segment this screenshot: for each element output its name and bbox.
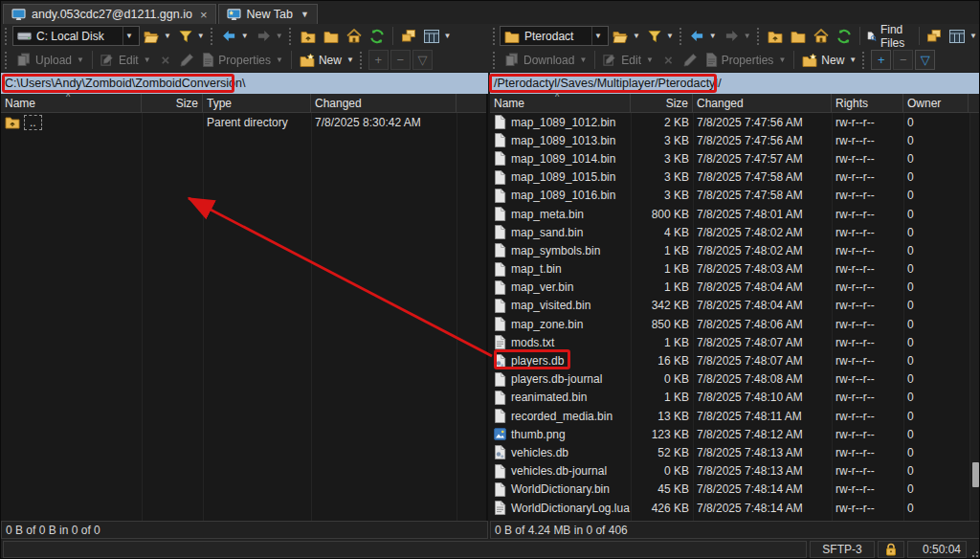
remote-filter-button[interactable]: ▼ [644, 28, 678, 45]
local-panel-view-button[interactable]: ▼ [420, 28, 456, 45]
local-delete-button[interactable]: × [155, 50, 177, 70]
column-header-rights[interactable]: Rights [832, 94, 903, 112]
local-edit-button[interactable]: Edit▼ [97, 51, 155, 69]
column-header-owner[interactable]: Owner [903, 94, 969, 112]
file-row-vehicles.db[interactable]: vehicles.db52 KB7/8/2025 7:48:13 AMrw-r-… [490, 443, 980, 461]
upload-button[interactable]: Upload▼ [12, 51, 88, 69]
file-row-map_zone.bin[interactable]: map_zone.bin850 KB7/8/2025 7:48:06 AMrw-… [490, 315, 980, 333]
file-row-map_symbols.bin[interactable]: map_symbols.bin1 KB7/8/2025 7:48:02 AMrw… [490, 241, 980, 259]
toolbar-grip[interactable] [289, 28, 293, 45]
column-header-changed[interactable]: Changed [311, 94, 457, 112]
remote-delete-button[interactable]: × [657, 50, 679, 70]
column-header-name[interactable]: Name [1, 94, 142, 112]
file-row-players.db-journal[interactable]: players.db-journal0 KB7/8/2025 7:48:08 A… [490, 370, 980, 389]
local-drive-selector[interactable]: C: Local Disk ▼ [12, 26, 140, 46]
remote-copy-session-button[interactable] [923, 27, 946, 45]
toolbar-grip[interactable] [5, 52, 9, 69]
remote-directory-selector[interactable]: Pterodact ▼ [500, 26, 609, 46]
file-row-map_ver.bin[interactable]: map_ver.bin1 KB7/8/2025 7:48:04 AMrw-r--… [490, 279, 980, 297]
local-home-directory-button[interactable] [343, 27, 366, 45]
column-header-type[interactable]: Type [203, 94, 311, 112]
session-tab[interactable]: andy.053cdc27@d1211.ggn.io × [3, 4, 216, 24]
file-name: vehicles.db-journal [511, 464, 607, 478]
close-tab-icon[interactable]: × [200, 8, 208, 22]
remote-edit-button[interactable]: Edit▼ [599, 51, 657, 69]
file-name: map_symbols.bin [511, 244, 600, 257]
local-new-button[interactable]: New▼ [296, 52, 358, 69]
local-properties-button[interactable]: Properties▼ [198, 51, 287, 69]
file-row-map_sand.bin[interactable]: map_sand.bin4 KB7/8/2025 7:48:02 AMrw-r-… [490, 223, 980, 241]
find-files-button[interactable]: Find Files [863, 21, 914, 52]
toolbar-grip[interactable] [679, 28, 682, 45]
local-back-button[interactable]: ▼ [218, 27, 253, 45]
drive-dropdown-icon[interactable]: ▼ [122, 27, 135, 45]
local-path-bar[interactable]: C:\Users\Andy\Zomboid\ZomboidConversion\ [1, 73, 488, 94]
remote-back-button[interactable]: ▼ [686, 27, 721, 45]
local-filter-button[interactable]: ▼ [175, 28, 209, 45]
file-row-thumb.png[interactable]: thumb.png123 KB7/8/2025 7:48:12 AMrw-r--… [490, 425, 980, 443]
remote-home-directory-button[interactable] [810, 27, 833, 45]
toolbar-grip[interactable] [360, 52, 364, 69]
cell-changed: 7/8/2025 7:48:07 AM [693, 333, 832, 351]
column-header-name[interactable]: Name [490, 94, 631, 112]
local-root-directory-button[interactable] [320, 28, 343, 45]
remote-properties-button[interactable]: Properties▼ [702, 51, 791, 69]
file-row-map_1089_1015.bin[interactable]: map_1089_1015.bin3 KB7/8/2025 7:47:58 AM… [490, 168, 980, 187]
local-forward-button[interactable]: ▼ [253, 27, 287, 45]
file-row-map_1089_1013.bin[interactable]: map_1089_1013.bin3 KB7/8/2025 7:47:56 AM… [490, 131, 980, 149]
toolbar-grip[interactable] [5, 28, 9, 45]
file-row-vehicles.db-journal[interactable]: vehicles.db-journal0 KB7/8/2025 7:48:13 … [490, 462, 980, 481]
toolbar-grip[interactable] [757, 28, 760, 45]
resize-grip[interactable] [969, 541, 979, 558]
remote-select-button[interactable]: + [871, 50, 891, 70]
file-row-WorldDictionaryLog.lua[interactable]: WorldDictionaryLog.lua426 KB7/8/2025 7:4… [490, 499, 980, 517]
file-row-map_t.bin[interactable]: map_t.bin1 KB7/8/2025 7:48:03 AMrw-r--r-… [490, 260, 980, 279]
remote-forward-button[interactable]: ▼ [721, 27, 755, 45]
local-parent-directory-button[interactable] [297, 28, 320, 45]
file-row-mods.txt[interactable]: mods.txt1 KB7/8/2025 7:48:07 AMrw-r--r--… [490, 333, 980, 351]
remote-new-button[interactable]: New▼ [798, 52, 860, 69]
cell-rights: rw-r--r-- [832, 315, 903, 333]
local-copy-session-button[interactable] [397, 27, 420, 45]
local-refresh-button[interactable] [366, 27, 389, 46]
file-row-recorded_media.bin[interactable]: recorded_media.bin13 KB7/8/2025 7:48:11 … [490, 407, 980, 425]
remote-parent-directory-button[interactable] [764, 28, 787, 45]
local-unselect-button[interactable]: − [390, 50, 411, 70]
file-row-parent[interactable]: ..Parent directory7/8/2025 8:30:42 AM [1, 113, 486, 131]
file-row-map_visited.bin[interactable]: map_visited.bin342 KB7/8/2025 7:48:04 AM… [490, 297, 980, 315]
column-header-size[interactable]: Size [631, 94, 693, 112]
remote-panel-view-button[interactable]: ▼ [946, 28, 980, 45]
column-header-size[interactable]: Size [142, 94, 203, 112]
remote-rename-button[interactable] [679, 51, 702, 69]
file-row-map_meta.bin[interactable]: map_meta.bin800 KB7/8/2025 7:48:01 AMrw-… [490, 205, 980, 223]
download-button[interactable]: Download▼ [501, 51, 590, 69]
remote-open-directory-button[interactable]: ▼ [609, 28, 644, 45]
directory-dropdown-icon[interactable]: ▼ [591, 27, 604, 45]
file-row-map_1089_1016.bin[interactable]: map_1089_1016.bin3 KB7/8/2025 7:47:58 AM… [490, 187, 980, 205]
file-row-map_1089_1014.bin[interactable]: map_1089_1014.bin3 KB7/8/2025 7:47:57 AM… [490, 149, 980, 168]
file-row-WorldDictionary.bin[interactable]: WorldDictionary.bin45 KB7/8/2025 7:48:14… [490, 481, 980, 499]
cell-rights: rw-r--r-- [832, 481, 903, 499]
remote-unselect-button[interactable]: − [893, 50, 913, 70]
toolbar-grip[interactable] [862, 52, 866, 69]
column-header-changed[interactable]: Changed [693, 94, 832, 112]
remote-invert-selection-button[interactable]: ▽ [915, 50, 935, 70]
remote-refresh-button[interactable] [833, 27, 856, 46]
local-open-directory-button[interactable]: ▼ [140, 28, 175, 45]
file-row-reanimated.bin[interactable]: reanimated.bin1 KB7/8/2025 7:48:10 AMrw-… [490, 389, 980, 407]
new-tab-chevron-down-icon[interactable]: ▼ [301, 10, 309, 19]
toolbar-grip[interactable] [493, 28, 496, 45]
session-time-cell[interactable]: 0:50:04 [907, 541, 967, 558]
remote-path-bar[interactable]: /Pterodactyl/Saves/Multiplayer/Pterodact… [490, 73, 980, 94]
local-rename-button[interactable] [176, 51, 198, 69]
new-tab[interactable]: New Tab ▼ [218, 4, 318, 24]
local-select-button[interactable]: + [368, 50, 389, 70]
file-row-map_1089_1012.bin[interactable]: map_1089_1012.bin2 KB7/8/2025 7:47:56 AM… [490, 113, 980, 131]
encryption-cell[interactable] [878, 541, 904, 558]
remote-root-directory-button[interactable] [787, 28, 810, 45]
file-row-players.db[interactable]: players.db16 KB7/8/2025 7:48:07 AMrw-r--… [490, 351, 980, 369]
toolbar-grip[interactable] [493, 52, 497, 69]
local-invert-selection-button[interactable]: ▽ [412, 50, 433, 70]
toolbar-grip[interactable] [211, 28, 214, 45]
protocol-cell[interactable]: SFTP-3 [810, 541, 875, 558]
